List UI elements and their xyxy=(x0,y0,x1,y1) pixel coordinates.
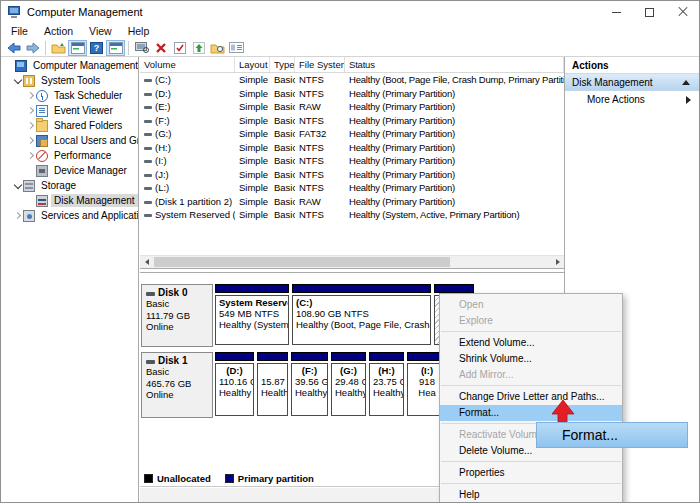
partition-c[interactable]: (C:) 108.90 GB NTFS Healthy (Boot, Page … xyxy=(292,284,431,347)
chevron-right-icon[interactable] xyxy=(13,211,23,221)
delete-icon[interactable] xyxy=(151,40,170,56)
tree-item-computer-management[interactable]: Computer Management (Local xyxy=(1,58,138,73)
chevron-down-icon[interactable] xyxy=(13,181,23,191)
menu-view[interactable]: View xyxy=(81,23,120,39)
menu-item-properties[interactable]: Properties xyxy=(440,465,622,481)
partition-unlabeled[interactable]: 15.87 ( Health xyxy=(257,352,288,418)
menu-file[interactable]: File xyxy=(3,23,36,39)
close-icon xyxy=(678,7,688,17)
menu-separator xyxy=(441,385,621,386)
task-scheduler-icon xyxy=(36,90,48,102)
properties-icon[interactable] xyxy=(227,40,246,56)
more-actions[interactable]: More Actions xyxy=(565,91,699,108)
disk-name: Disk 0 xyxy=(158,287,187,298)
tree-item-disk-management[interactable]: Disk Management xyxy=(1,193,138,208)
format-callout: Format... xyxy=(536,422,688,448)
scrollbar-thumb[interactable] xyxy=(154,257,450,267)
tree-item-local-users-groups[interactable]: Local Users and Groups xyxy=(1,133,138,148)
tree-item-services-applications[interactable]: Services and Applications xyxy=(1,208,138,223)
partition-d[interactable]: (D:) 110.16 G Healthy xyxy=(215,352,254,418)
minimize-button[interactable] xyxy=(600,1,633,23)
search-computer-icon[interactable] xyxy=(132,40,151,56)
menu-action[interactable]: Action xyxy=(36,23,81,39)
scroll-right-icon[interactable] xyxy=(551,256,564,268)
volume-icon xyxy=(144,79,152,82)
menu-item-explore[interactable]: Explore xyxy=(440,313,622,329)
console-tree: Computer Management (Local System Tools … xyxy=(1,57,139,502)
close-button[interactable] xyxy=(666,1,699,23)
tree-item-system-tools[interactable]: System Tools xyxy=(1,73,138,88)
tree-item-task-scheduler[interactable]: Task Scheduler xyxy=(1,88,138,103)
partition-f[interactable]: (F:) 39.56 G Healthy xyxy=(291,352,328,418)
table-row[interactable]: (L:)SimpleBasicNTFSHealthy (Primary Part… xyxy=(140,181,564,195)
expander-none xyxy=(26,166,36,176)
volume-icon xyxy=(144,201,152,204)
tree-item-performance[interactable]: Performance xyxy=(1,148,138,163)
horizontal-scrollbar[interactable] xyxy=(140,255,564,268)
forward-icon[interactable] xyxy=(23,40,42,56)
upload-icon[interactable] xyxy=(189,40,208,56)
tree-item-shared-folders[interactable]: Shared Folders xyxy=(1,118,138,133)
disk0-label-cell[interactable]: Disk 0 Basic 111.79 GB Online xyxy=(141,284,213,347)
menu-item-change-drive-letter[interactable]: Change Drive Letter and Paths... xyxy=(440,389,622,405)
menu-item-help[interactable]: Help xyxy=(440,487,622,503)
users-icon xyxy=(36,135,48,147)
console-window-icon[interactable] xyxy=(68,40,87,56)
primary-partition-band xyxy=(257,352,288,361)
help-icon[interactable]: ? xyxy=(87,40,106,56)
volume-icon xyxy=(144,120,152,123)
menu-item-add-mirror[interactable]: Add Mirror... xyxy=(440,367,622,383)
primary-partition-band xyxy=(369,352,404,361)
column-header-layout[interactable]: Layout xyxy=(235,57,270,72)
table-row[interactable]: (E:)SimpleBasicRAWHealthy (Primary Parti… xyxy=(140,100,564,114)
table-row[interactable]: (D:)SimpleBasicNTFSHealthy (Primary Part… xyxy=(140,87,564,101)
actions-group-disk-management[interactable]: Disk Management xyxy=(565,74,699,91)
tree-item-event-viewer[interactable]: Event Viewer xyxy=(1,103,138,118)
primary-partition-band xyxy=(215,284,289,293)
table-row[interactable]: (I:)SimpleBasicNTFSHealthy (Primary Part… xyxy=(140,154,564,168)
collapse-icon[interactable] xyxy=(682,80,690,85)
menu-item-open[interactable]: Open xyxy=(440,297,622,313)
checklist-icon[interactable] xyxy=(170,40,189,56)
menu-item-extend-volume[interactable]: Extend Volume... xyxy=(440,335,622,351)
column-header-filesystem[interactable]: File System xyxy=(295,57,345,72)
partition-system-reserved[interactable]: System Reserve 549 MB NTFS Healthy (Syst… xyxy=(215,284,289,347)
table-row[interactable]: (G:)SimpleBasicFAT32Healthy (Primary Par… xyxy=(140,127,564,141)
partition-h[interactable]: (H:) 23.75 G Healthy xyxy=(369,352,404,418)
disk1-label-cell[interactable]: Disk 1 Basic 465.76 GB Online xyxy=(141,352,213,418)
table-row[interactable]: (Disk 1 partition 2)SimpleBasicRAWHealth… xyxy=(140,195,564,209)
chevron-right-icon[interactable] xyxy=(26,91,36,101)
back-icon[interactable] xyxy=(4,40,23,56)
table-row[interactable]: (F:)SimpleBasicNTFSHealthy (Primary Part… xyxy=(140,114,564,128)
chevron-right-icon[interactable] xyxy=(26,121,36,131)
chevron-right-icon[interactable] xyxy=(26,151,36,161)
expander-none xyxy=(5,61,15,71)
storage-icon xyxy=(23,180,35,192)
table-row[interactable]: System Reserved (K:)SimpleBasicNTFSHealt… xyxy=(140,208,564,222)
chevron-right-icon[interactable] xyxy=(26,106,36,116)
tree-item-device-manager[interactable]: Device Manager xyxy=(1,163,138,178)
disk-size: 111.79 GB xyxy=(146,310,208,322)
menu-help[interactable]: Help xyxy=(120,23,158,39)
volume-icon xyxy=(144,160,152,163)
scroll-left-icon[interactable] xyxy=(140,256,153,268)
table-row[interactable]: (H:)SimpleBasicNTFSHealthy (Primary Part… xyxy=(140,141,564,155)
table-row[interactable]: (C:)SimpleBasicNTFSHealthy (Boot, Page F… xyxy=(140,73,564,87)
column-header-type[interactable]: Type xyxy=(270,57,295,72)
tree-item-storage[interactable]: Storage xyxy=(1,178,138,193)
chevron-right-icon xyxy=(686,96,691,104)
partition-g[interactable]: (G:) 29.48 G Healthy xyxy=(331,352,366,418)
console-window-icon-2[interactable] xyxy=(106,40,125,56)
chevron-down-icon[interactable] xyxy=(13,76,23,86)
column-header-status[interactable]: Status xyxy=(345,57,564,72)
performance-icon xyxy=(36,150,48,162)
folder-up-icon[interactable] xyxy=(49,40,68,56)
chevron-right-icon[interactable] xyxy=(26,136,36,146)
menu-item-format[interactable]: Format... xyxy=(440,405,622,421)
menu-item-shrink-volume[interactable]: Shrink Volume... xyxy=(440,351,622,367)
column-header-volume[interactable]: Volume xyxy=(140,57,235,72)
folder-search-icon[interactable] xyxy=(208,40,227,56)
table-row[interactable]: (J:)SimpleBasicNTFSHealthy (Primary Part… xyxy=(140,168,564,182)
maximize-icon xyxy=(645,8,654,17)
maximize-button[interactable] xyxy=(633,1,666,23)
